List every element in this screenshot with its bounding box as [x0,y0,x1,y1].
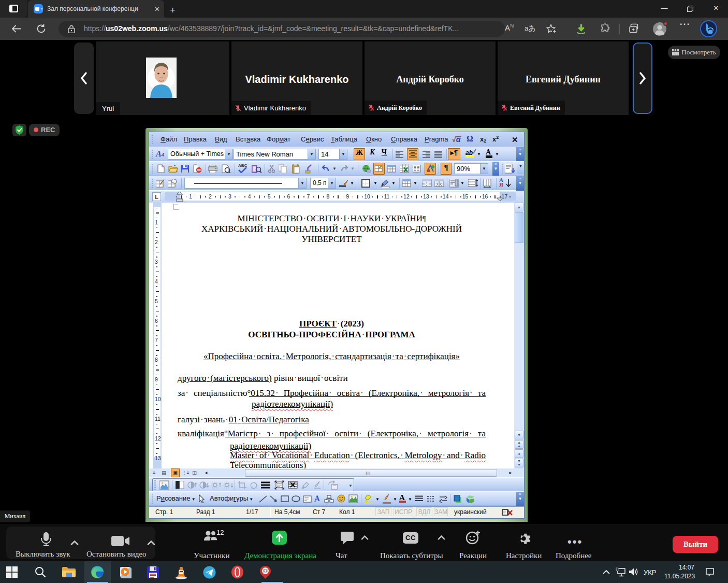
svg-text:12: 12 [216,530,224,536]
